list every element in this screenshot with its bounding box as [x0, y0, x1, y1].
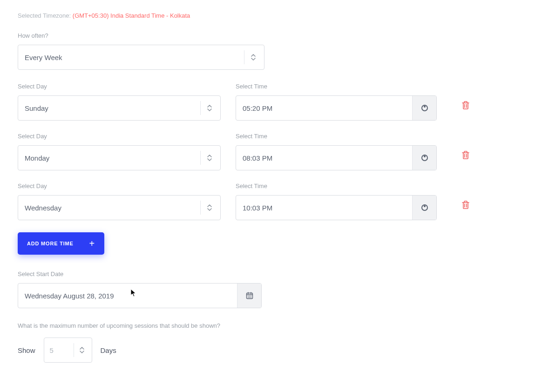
day-select[interactable]: Monday [18, 145, 221, 170]
day-value: Monday [25, 154, 200, 162]
time-label: Select Time [236, 133, 437, 140]
svg-point-9 [251, 297, 251, 298]
add-more-time-button[interactable]: ADD MORE TIME + [18, 232, 104, 255]
days-unit-label: Days [101, 346, 116, 354]
day-select[interactable]: Wednesday [18, 195, 221, 220]
start-date-value: Wednesday August 28, 2019 [18, 284, 237, 308]
how-often-label: How often? [18, 32, 524, 39]
schedule-row: Select Day Monday Select Time 08:03 PM [18, 133, 524, 170]
time-input[interactable]: 08:03 PM [236, 145, 437, 170]
clock-icon [412, 146, 436, 170]
how-often-select[interactable]: Every Week [18, 45, 264, 70]
time-label: Select Time [236, 182, 437, 189]
chevron-updown-icon [205, 203, 214, 212]
max-sessions-label: What is the maximum number of upcoming s… [18, 322, 524, 329]
plus-icon: + [89, 239, 95, 248]
time-input[interactable]: 10:03 PM [236, 195, 437, 220]
day-label: Select Day [18, 182, 221, 189]
day-value: Wednesday [25, 204, 200, 212]
day-select[interactable]: Sunday [18, 95, 221, 121]
day-label: Select Day [18, 133, 221, 140]
calendar-icon [237, 284, 261, 308]
svg-point-8 [249, 297, 250, 298]
chevron-updown-icon [78, 346, 86, 354]
delete-row-button[interactable] [452, 193, 480, 216]
svg-point-4 [248, 296, 249, 297]
timezone-info: Selected Timezone: (GMT+05:30) India Sta… [18, 12, 524, 19]
schedule-row: Select Day Sunday Select Time 05:20 PM [18, 83, 524, 121]
svg-point-5 [249, 296, 250, 297]
max-sessions-input[interactable]: 5 [44, 338, 92, 363]
how-often-value: Every Week [25, 54, 244, 61]
trash-icon [461, 150, 470, 160]
timezone-label: Selected Timezone: [18, 12, 73, 19]
time-value: 08:03 PM [236, 146, 412, 170]
show-label: Show [18, 346, 35, 354]
day-value: Sunday [25, 104, 200, 112]
chevron-updown-icon [205, 154, 214, 162]
clock-icon [412, 96, 436, 120]
time-value: 10:03 PM [236, 196, 412, 220]
timezone-value: (GMT+05:30) India Standard Time - Kolkat… [73, 12, 190, 19]
svg-point-7 [248, 297, 249, 298]
clock-icon [412, 196, 436, 220]
max-sessions-value: 5 [50, 346, 74, 354]
time-input[interactable]: 05:20 PM [236, 95, 437, 121]
schedule-row: Select Day Wednesday Select Time 10:03 P… [18, 182, 524, 220]
chevron-updown-icon [249, 53, 257, 61]
chevron-updown-icon [205, 104, 214, 112]
time-label: Select Time [236, 83, 437, 90]
start-date-label: Select Start Date [18, 270, 524, 277]
trash-icon [461, 101, 470, 110]
day-label: Select Day [18, 83, 221, 90]
start-date-input[interactable]: Wednesday August 28, 2019 [18, 283, 262, 308]
add-more-label: ADD MORE TIME [27, 241, 89, 246]
delete-row-button[interactable] [452, 143, 480, 167]
time-value: 05:20 PM [236, 96, 412, 120]
delete-row-button[interactable] [452, 94, 480, 117]
trash-icon [461, 200, 470, 210]
svg-point-6 [251, 296, 251, 297]
